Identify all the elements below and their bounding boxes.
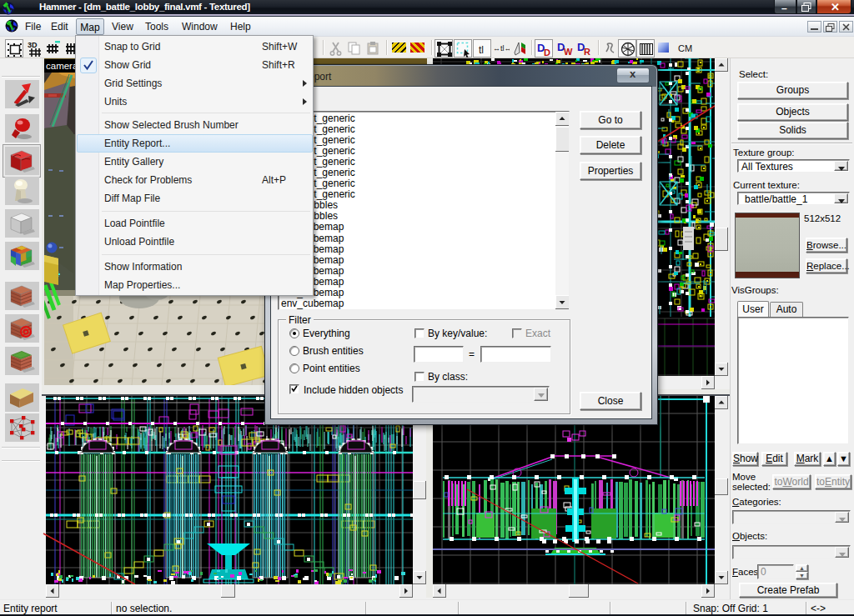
svg-text:D: D: [544, 48, 550, 58]
svg-text:R: R: [584, 47, 590, 57]
svg-text:tl: tl: [479, 44, 484, 56]
svg-text:W: W: [564, 47, 573, 57]
svg-text:↔tl↔: ↔tl↔: [493, 44, 510, 53]
svg-text:CM: CM: [678, 43, 692, 53]
svg-text:3D: 3D: [28, 41, 38, 49]
svg-text:camera: camera: [46, 61, 78, 71]
